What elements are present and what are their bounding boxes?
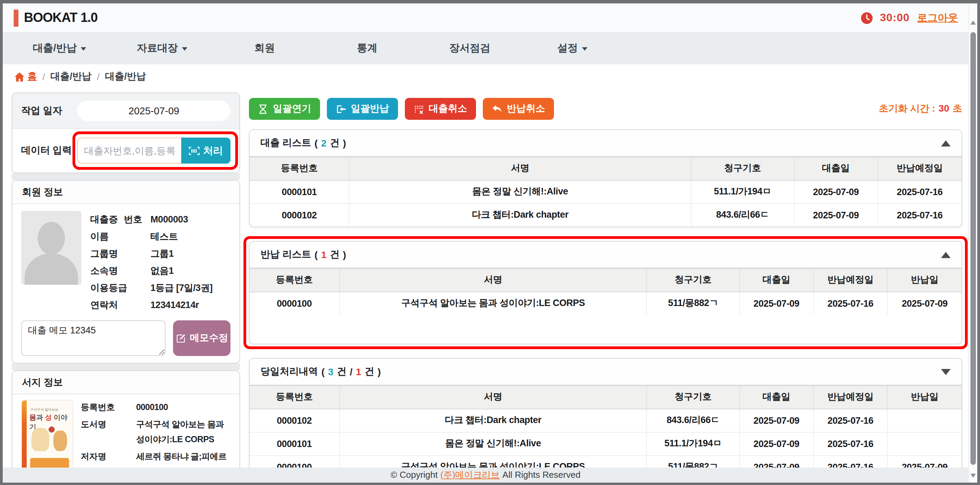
breadcrumb-home[interactable]: 홈: [14, 70, 37, 83]
member-field-affiliation: 소속명 없음1: [90, 262, 231, 279]
logo-accent-bar: [14, 9, 19, 26]
work-date-row: 작업 일자: [12, 93, 239, 129]
member-info-title: 회원 정보: [12, 181, 239, 204]
return-list-header[interactable]: 반납 리스트 ( 1 건 ): [250, 242, 961, 269]
app-window: BOOKAT 1.0 30:00 로그아웃 대출/반납 자료대장 회원 통계 장…: [0, 0, 980, 485]
app-title: BOOKAT 1.0: [24, 10, 97, 26]
collapse-down-icon[interactable]: [941, 369, 951, 375]
scroll-up-icon[interactable]: [970, 21, 976, 25]
table-row[interactable]: 0000101 몸은 정말 신기해!:Alive 511.1/가194ㅁ 202…: [250, 432, 961, 455]
breadcrumb-separator: /: [97, 71, 100, 82]
daily-list-section: 당일처리내역 ( 3 건 / 1 건 ) 등록번호 서명 청구기호: [249, 358, 962, 479]
collapse-up-icon[interactable]: [941, 252, 951, 258]
nav-item-loan-return[interactable]: 대출/반납: [8, 42, 111, 55]
barcode-scan-icon: [189, 146, 200, 155]
return-list-section: 반납 리스트 ( 1 건 ) 등록번호 서명 청구기호: [249, 241, 962, 344]
breadcrumb-level1: 대출/반납: [51, 70, 92, 83]
vertical-scrollbar[interactable]: [968, 3, 977, 482]
panel-gap: [12, 173, 240, 180]
logout-link[interactable]: 로그아웃: [917, 11, 958, 24]
collapse-up-icon[interactable]: [941, 140, 951, 146]
annotation-highlight-return-list: 반납 리스트 ( 1 건 ) 등록번호 서명 청구기호: [243, 236, 968, 349]
work-date-label: 작업 일자: [21, 104, 77, 117]
reset-timer-info: 초기화 시간 : 30 초: [879, 103, 962, 115]
pencil-square-icon: [175, 333, 186, 343]
chevron-down-icon: [582, 47, 587, 51]
chevron-down-icon: [81, 47, 86, 51]
member-info-card: 회원 정보 대출증 번호 M000003 이름 테스트 그룹명: [12, 180, 240, 364]
data-entry-group: 처리: [77, 137, 231, 164]
table-row[interactable]: 0000101 몸은 정말 신기해!:Alive 511.1/가194ㅁ 202…: [250, 180, 961, 203]
book-field-reg-number: 등록번호 0000100: [81, 400, 231, 415]
loan-list-table: 등록번호 서명 청구기호 대출일 반납예정일 0000101 몸은 정말 신기해…: [250, 158, 961, 227]
table-row[interactable]: 0000100 구석구석 알아보는 몸과 성이야기:LE CORPS 511/몽…: [250, 292, 961, 315]
loan-count: 2: [321, 137, 326, 148]
member-avatar: [21, 211, 81, 285]
work-date-input[interactable]: [77, 100, 231, 121]
member-field-contact: 연락처 123414214r: [90, 297, 231, 314]
breadcrumb-separator: /: [42, 71, 45, 82]
barcode-x-icon: [414, 104, 424, 114]
loan-list-section: 대출 리스트 ( 2 건 ) 등록번호 서명 청구기호 대출일 반납예정일: [249, 129, 962, 227]
biblio-info-title: 서지 정보: [12, 371, 239, 394]
clock-icon: [861, 12, 872, 24]
scrollbar-thumb[interactable]: [970, 32, 976, 465]
session-timer: 30:00: [880, 12, 910, 24]
work-panel-card: 작업 일자 데이터 입력 처리: [12, 93, 240, 173]
data-entry-row: 데이터 입력 처리: [12, 129, 239, 172]
app-logo: BOOKAT 1.0: [14, 9, 97, 26]
member-field-name: 이름 테스트: [90, 228, 231, 245]
left-panel: 작업 일자 데이터 입력 처리: [12, 93, 240, 482]
member-field-card-number: 대출증 번호 M000003: [90, 211, 231, 228]
page-footer: © Copyright (주)메이크리브 All Rights Reserved: [3, 467, 968, 482]
chevron-down-icon: [182, 47, 188, 51]
daily-return-count: 1: [356, 366, 361, 377]
table-header-row: 등록번호 서명 청구기호 대출일 반납예정일 반납일: [250, 386, 961, 409]
book-field-title: 도서명 구석구석 알아보는 몸과 성이야기:LE CORPS: [81, 417, 231, 447]
memo-edit-button[interactable]: 메모수정: [173, 321, 231, 356]
return-list-table: 등록번호 서명 청구기호 대출일 반납예정일 반납일 0000100 구석구석 …: [250, 269, 961, 315]
nav-item-materials[interactable]: 자료대장: [111, 42, 213, 55]
member-field-group: 그룹명 그룹1: [90, 245, 231, 262]
member-field-grade: 이용등급 1등급 [7일/3권]: [90, 279, 231, 297]
daily-list-title: 당일처리내역: [261, 365, 318, 378]
undo-arrow-icon: [492, 104, 502, 114]
return-all-button[interactable]: 일괄반납: [327, 98, 398, 120]
table-row[interactable]: 0000102 다크 챕터:Dark chapter 843.6/리66ㄷ 20…: [250, 409, 961, 432]
breadcrumb: 홈 / 대출/반납 / 대출/반납: [14, 70, 146, 83]
nav-item-inventory[interactable]: 장서점검: [418, 42, 521, 55]
box-arrow-in-icon: [336, 104, 346, 114]
return-count: 1: [321, 249, 326, 260]
table-header-row: 등록번호 서명 청구기호 대출일 반납예정일: [250, 158, 961, 180]
app-header: BOOKAT 1.0 30:00 로그아웃: [3, 3, 977, 32]
main-panel: 일괄연기 일괄반납 대출취소 반납취소: [249, 91, 962, 479]
nav-item-members[interactable]: 회원: [213, 42, 316, 55]
loan-memo-textarea[interactable]: 대출 메모 12345: [21, 321, 165, 356]
hourglass-icon: [258, 104, 268, 114]
company-link[interactable]: (주)메이크리브: [441, 469, 500, 481]
nav-item-statistics[interactable]: 통계: [316, 42, 418, 55]
data-entry-label: 데이터 입력: [21, 144, 77, 157]
main-nav: 대출/반납 자료대장 회원 통계 장서점검 설정: [3, 32, 977, 64]
extend-all-button[interactable]: 일괄연기: [249, 98, 320, 120]
home-icon: [14, 72, 25, 82]
data-entry-input[interactable]: [77, 137, 181, 164]
action-toolbar: 일괄연기 일괄반납 대출취소 반납취소: [249, 98, 962, 120]
cancel-loan-button[interactable]: 대출취소: [405, 98, 476, 120]
loan-list-title: 대출 리스트: [261, 137, 311, 149]
breadcrumb-level2: 대출/반납: [105, 70, 146, 83]
daily-list-header[interactable]: 당일처리내역 ( 3 건 / 1 건 ): [250, 359, 961, 386]
daily-loan-count: 3: [328, 366, 333, 377]
table-header-row: 등록번호 서명 청구기호 대출일 반납예정일 반납일: [250, 269, 961, 292]
daily-list-table: 등록번호 서명 청구기호 대출일 반납예정일 반납일 0000102 다크 챕터…: [250, 386, 961, 479]
panel-gap: [12, 364, 240, 370]
return-list-title: 반납 리스트: [261, 249, 311, 261]
scroll-down-icon[interactable]: [970, 473, 976, 477]
empty-area: [250, 315, 961, 344]
process-button[interactable]: 처리: [181, 137, 231, 164]
table-row[interactable]: 0000102 다크 챕터:Dark chapter 843.6/리66ㄷ 20…: [250, 203, 961, 227]
loan-list-header[interactable]: 대출 리스트 ( 2 건 ): [250, 130, 961, 158]
nav-item-settings[interactable]: 설정: [521, 42, 624, 55]
cancel-return-button[interactable]: 반납취소: [483, 98, 554, 120]
